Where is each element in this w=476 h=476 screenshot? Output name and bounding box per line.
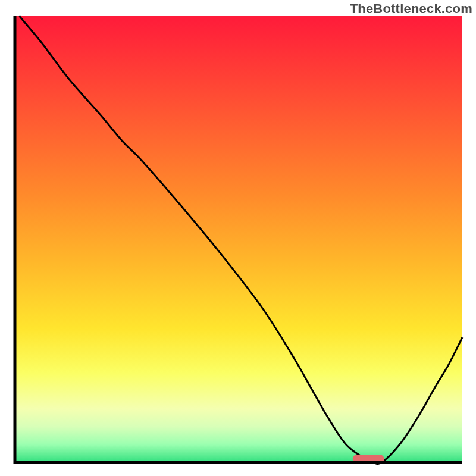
- bottleneck-chart: TheBottleneck.com: [0, 0, 476, 476]
- watermark-text: TheBottleneck.com: [350, 1, 472, 17]
- chart-svg: [0, 0, 476, 476]
- chart-background: [15, 16, 462, 462]
